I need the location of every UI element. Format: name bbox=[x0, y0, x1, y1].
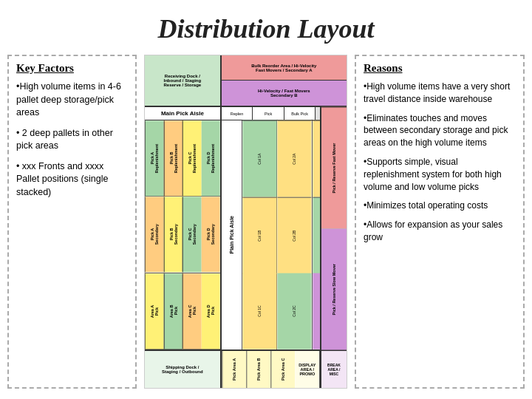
wh-right-area: Replen Pick Bulk Pick CF Plain Pick Aisl… bbox=[222, 107, 347, 349]
wh-display-area: DISPLAYAREA /PROMO bbox=[296, 351, 320, 388]
wh-pick-cell-2d: SecondaryPick D bbox=[202, 197, 220, 272]
wh-right-cell-1b: Col 1B bbox=[242, 197, 276, 274]
wh-far-right-bot: Pick / Reserve Slow Mover bbox=[321, 229, 347, 350]
wh-right-cell-2a: Col 2A bbox=[277, 120, 311, 197]
wh-bottom-cell-b: Pick Area B bbox=[246, 351, 270, 388]
reasons-item-4: •Minimizes total operating costs bbox=[364, 200, 516, 212]
key-factors-heading: Key Factors bbox=[16, 62, 128, 75]
wh-pick-cell-2b: SecondaryPick B bbox=[164, 197, 183, 272]
reasons-item-3: •Supports simple, visual replenishment s… bbox=[364, 156, 516, 193]
wh-top-cell-replen: Replen bbox=[222, 107, 253, 120]
wh-far-right: Pick / Reserve Fast Mover Pick / Reserve… bbox=[320, 107, 347, 349]
wh-bottom-cell-c: Pick Area C bbox=[270, 351, 295, 388]
wh-main-aisle-label: Main Pick Aisle bbox=[145, 107, 220, 120]
wh-pick-cell-3c: PickArea C bbox=[183, 273, 202, 349]
wh-secondary-a: Bulk Reorder Area / Hi-Velocity Fast Mov… bbox=[222, 55, 347, 81]
wh-pick-cell-1d: ReplenishmentPick D bbox=[202, 120, 220, 196]
wh-left-pick-row-3: PickArea A PickArea B PickArea C PickAre… bbox=[145, 273, 220, 349]
reasons-item-5: •Allows for expansion as your sales grow bbox=[364, 219, 516, 244]
wh-right-cell-1c: Col 1C bbox=[242, 273, 276, 349]
wh-top-banner: Receiving Dock / Inbound / Staging Reser… bbox=[145, 55, 347, 107]
wh-pick-cell-1b: ReplenishmentPick B bbox=[164, 120, 183, 196]
wh-pick-cell-2c: SecondaryPick C bbox=[183, 197, 202, 272]
wh-pick-cell-3b: PickArea B bbox=[164, 273, 183, 349]
wh-top-cell-bulk: Bulk Pick bbox=[284, 107, 316, 120]
wh-pick-cell-3a: PickArea A bbox=[145, 273, 164, 349]
reasons-panel: Reasons •High volume items have a very s… bbox=[355, 55, 525, 389]
key-factors-panel: Key Factors •High volume items in 4-6 pa… bbox=[7, 55, 137, 389]
main-content: Key Factors •High volume items in 4-6 pa… bbox=[0, 52, 532, 392]
key-factors-item-2: • 2 deep pallets in other pick areas bbox=[16, 127, 128, 153]
wh-pick-cell-2a: SecondaryPick A bbox=[145, 197, 164, 272]
wh-right-cell-1a: Col 1A bbox=[242, 120, 276, 197]
wh-right-col-1: Col 1A Col 1B Col 1C bbox=[242, 120, 277, 349]
wh-right-cell-2b: Col 2B bbox=[277, 197, 311, 274]
wh-secondary-b: Hi-Velocity / Fast Movers Secondary B bbox=[222, 81, 347, 106]
page-title: Distribution Layout bbox=[0, 0, 532, 52]
wh-pick-cell-1a: ReplenishmentPick A bbox=[145, 120, 164, 196]
wh-pick-cell-1c: ReplenishmentPick C bbox=[183, 120, 202, 196]
reasons-item-1: •High volume items have a very short tra… bbox=[364, 81, 516, 106]
wh-bottom-right: Pick Area A Pick Area B Pick Area C DISP… bbox=[222, 351, 347, 388]
wh-break-area: BREAKAREA /MISC bbox=[320, 351, 347, 388]
wh-hi-velocity-area: Bulk Reorder Area / Hi-Velocity Fast Mov… bbox=[222, 55, 347, 106]
key-factors-item-3: • xxx Fronts and xxxx Pallet positions (… bbox=[16, 160, 128, 200]
wh-receiving-area: Receiving Dock / Inbound / Staging Reser… bbox=[145, 55, 222, 106]
wh-left-pick-row-2: SecondaryPick A SecondaryPick B Secondar… bbox=[145, 197, 220, 273]
wh-left-columns: Main Pick Aisle ReplenishmentPick A Repl… bbox=[145, 107, 222, 349]
reasons-item-2: •Eliminates touches and moves between se… bbox=[364, 112, 516, 149]
wh-top-cell-pick: Pick bbox=[253, 107, 284, 120]
page-container: Distribution Layout Key Factors •High vo… bbox=[0, 0, 532, 392]
wh-bottom-strip: Shipping Dock /Staging / Outbound Pick A… bbox=[145, 349, 347, 388]
wh-left-pick-row-1: ReplenishmentPick A ReplenishmentPick B … bbox=[145, 120, 220, 197]
reasons-heading: Reasons bbox=[364, 62, 516, 75]
wh-pick-aisle-label: Plain Pick Aisle bbox=[222, 120, 242, 349]
wh-shipping-dock: Shipping Dock /Staging / Outbound bbox=[145, 351, 222, 388]
wh-right-col-2: Col 2A Col 2B Col 2C bbox=[277, 120, 312, 349]
wh-main-area: Main Pick Aisle ReplenishmentPick A Repl… bbox=[145, 107, 347, 349]
wh-pick-cell-3d: PickArea D bbox=[202, 273, 220, 349]
wh-right-cell-2c: Col 2C bbox=[277, 273, 311, 349]
wh-bottom-cell-a: Pick Area A bbox=[222, 351, 246, 388]
key-factors-item-1: •High volume items in 4-6 pallet deep st… bbox=[16, 81, 128, 120]
wh-far-right-top: Pick / Reserve Fast Mover bbox=[321, 107, 347, 229]
warehouse-diagram: Receiving Dock / Inbound / Staging Reser… bbox=[144, 55, 347, 389]
